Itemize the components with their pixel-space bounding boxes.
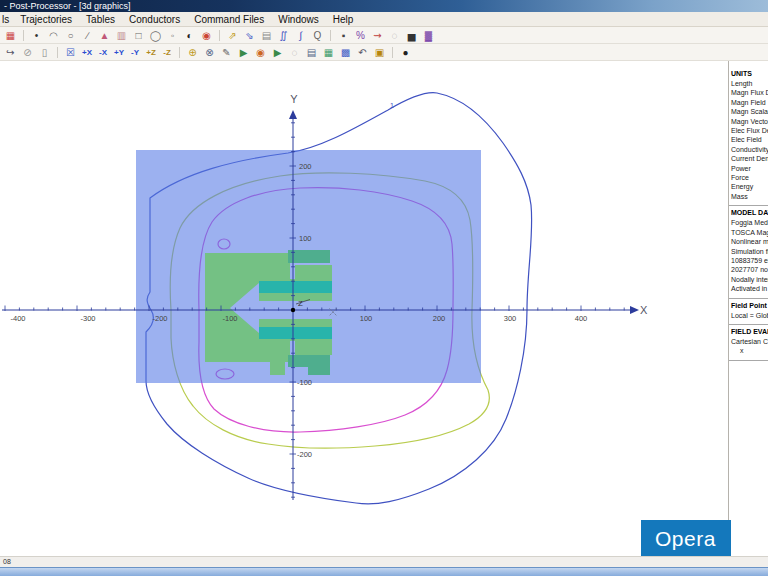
toolbar-separator	[219, 30, 220, 41]
menu-item-windows[interactable]: Windows	[271, 12, 326, 27]
play-icon[interactable]: ▶	[236, 45, 251, 60]
percent-icon[interactable]: %	[353, 28, 368, 43]
x-axis-arrow	[630, 306, 639, 314]
magnet-bottom-coil	[259, 327, 332, 339]
undo-icon[interactable]: ↶	[355, 45, 370, 60]
title-bar: - Post-Processor - [3d graphics]	[0, 0, 768, 12]
trajectory-gold-icon[interactable]: ⇗	[225, 28, 240, 43]
panel-section-title: MODEL DATA	[731, 208, 768, 218]
panel-item: Elec Field	[731, 135, 768, 144]
shaded-sphere-icon[interactable]: ◐	[182, 28, 197, 43]
magnet-bottom-tab-left	[270, 362, 285, 375]
graphics-canvas[interactable]: 1 -400 -300 -200 -100 100 200 300 400 20…	[0, 61, 728, 556]
dark-panel-icon[interactable]: ▪	[336, 28, 351, 43]
plot-canvas: 1 -400 -300 -200 -100 100 200 300 400 20…	[0, 61, 728, 556]
color-ring-icon[interactable]: ◉	[199, 28, 214, 43]
toolbar-row-1: ▦•◠○∕▲▥□◯◦◐◉⇗⇘▤∬∫Q▪%⇝◌▅▓	[0, 27, 768, 44]
histogram-icon[interactable]: ▓	[421, 28, 436, 43]
ellipse-icon[interactable]: ◯	[148, 28, 163, 43]
panel-item: Local = Glob	[731, 311, 768, 320]
panel-item: Magn Vector	[731, 117, 768, 126]
color-wheel-icon[interactable]: ◉	[253, 45, 268, 60]
panel-section-title: Field Point	[731, 301, 768, 311]
pencil-icon[interactable]: ✎	[219, 45, 234, 60]
panel-item: Nodally inter	[731, 275, 768, 284]
block-icon[interactable]: ▥	[114, 28, 129, 43]
menu-item-command-files[interactable]: Command Files	[187, 12, 271, 27]
database-icon[interactable]: ▣	[372, 45, 387, 60]
menu-item-conductors[interactable]: Conductors	[122, 12, 187, 27]
magnet-top-dark-block	[288, 250, 330, 263]
color-grid-icon[interactable]: ▦	[3, 28, 18, 43]
view-sphere-icon[interactable]: ⊗	[202, 45, 217, 60]
y-tick-label: -100	[297, 378, 312, 387]
cursor-icon[interactable]: ↪	[3, 45, 18, 60]
minus-y-icon[interactable]: -Y	[128, 45, 142, 60]
globe-icon[interactable]: ⊕	[185, 45, 200, 60]
x-tick-label: 400	[575, 314, 588, 323]
panel-item: Force	[731, 173, 768, 182]
line-icon[interactable]: ∕	[80, 28, 95, 43]
document-icon[interactable]: ▯	[37, 45, 52, 60]
small-circle-icon[interactable]: ◦	[165, 28, 180, 43]
panel-item: x	[731, 346, 768, 355]
x-axis-name: X	[640, 304, 648, 316]
plus-z-icon[interactable]: +Z	[144, 45, 158, 60]
x-tick-label: 300	[504, 314, 517, 323]
circle-icon[interactable]: ○	[63, 28, 78, 43]
volume-integral-icon[interactable]: ∬	[276, 28, 291, 43]
view-x-box-icon[interactable]: ☒	[63, 45, 78, 60]
boxed-chart-icon[interactable]: ▩	[338, 45, 353, 60]
cone-icon[interactable]: ▲	[97, 28, 112, 43]
plus-y-icon[interactable]: +Y	[112, 45, 126, 60]
eraser-icon[interactable]: ⊘	[20, 45, 35, 60]
y-tick-label: 200	[299, 162, 312, 171]
magnet-bottom-tab-right	[308, 362, 330, 375]
taskbar-edge	[0, 567, 768, 576]
legend-icon[interactable]: ▦	[321, 45, 336, 60]
grid-table-icon[interactable]: ▤	[259, 28, 274, 43]
chart-icon[interactable]: ▤	[304, 45, 319, 60]
play-alt-icon[interactable]: ▶	[270, 45, 285, 60]
panel-item: Magn Scalar	[731, 107, 768, 116]
menu-item-help[interactable]: Help	[326, 12, 361, 27]
rectangle-icon[interactable]: □	[131, 28, 146, 43]
menu-item-tables[interactable]: Tables	[79, 12, 122, 27]
track-red-icon[interactable]: ⇝	[370, 28, 385, 43]
plus-x-icon[interactable]: +X	[80, 45, 94, 60]
panel-item: Foggia Medig	[731, 218, 768, 227]
y-axis-name: Y	[290, 93, 298, 105]
menu-item-ls[interactable]: ls	[0, 12, 13, 27]
ring-icon[interactable]: ◌	[287, 45, 302, 60]
panel-section-field-eval: FIELD EVALCartesian Cx	[729, 325, 768, 361]
toolbar-separator	[23, 30, 24, 41]
origin-z-label: Z	[298, 299, 303, 308]
panel-item: Length	[731, 79, 768, 88]
x-tick-label: -300	[80, 314, 95, 323]
trajectory-blue-icon[interactable]: ⇘	[242, 28, 257, 43]
panel-item: Activated in	[731, 284, 768, 293]
menu-bar: lsTrajectoriesTablesConductorsCommand Fi…	[0, 12, 768, 27]
panel-section-model-data: MODEL DATAFoggia MedigTOSCA MagnNonlinea…	[729, 206, 768, 298]
origin-point	[291, 308, 295, 312]
x-tick-label: -400	[10, 314, 25, 323]
menu-item-trajectories[interactable]: Trajectories	[13, 12, 79, 27]
line-integral-icon[interactable]: ∫	[293, 28, 308, 43]
panel-item: 10883759 el	[731, 256, 768, 265]
panel-item: 2027707 no	[731, 265, 768, 274]
minus-x-icon[interactable]: -X	[96, 45, 110, 60]
y-axis-arrow	[289, 110, 297, 119]
x-tick-label: -200	[152, 314, 167, 323]
gray-ring-icon[interactable]: ◌	[387, 28, 402, 43]
record-icon[interactable]: ●	[398, 45, 413, 60]
point-icon[interactable]: •	[29, 28, 44, 43]
minus-z-icon[interactable]: -Z	[160, 45, 174, 60]
bar-chart-icon[interactable]: ▅	[404, 28, 419, 43]
panel-item: Nonlinear ma	[731, 237, 768, 246]
panel-item: Magn Field	[731, 98, 768, 107]
magnifier-icon[interactable]: Q	[310, 28, 325, 43]
toolbar-row-2: ↪⊘▯☒+X-X+Y-Y+Z-Z⊕⊗✎▶◉▶◌▤▦▩↶▣●	[0, 44, 768, 61]
toolbar-separator	[392, 47, 393, 58]
info-side-panel: UNITSLengthMagn Flux DMagn FieldMagn Sca…	[728, 61, 768, 556]
arc-icon[interactable]: ◠	[46, 28, 61, 43]
